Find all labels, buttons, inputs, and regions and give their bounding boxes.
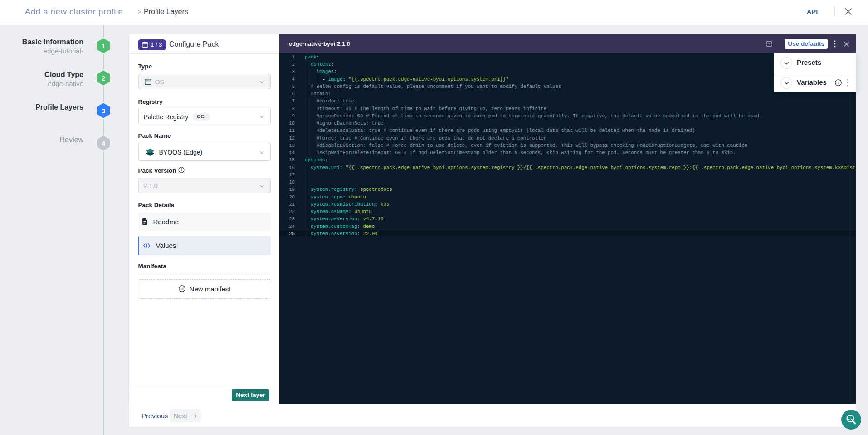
svg-text:2: 2	[102, 75, 105, 82]
svg-text:3: 3	[102, 107, 105, 115]
svg-text:4: 4	[102, 140, 105, 147]
svg-text:?: ?	[837, 81, 840, 85]
svg-text:1: 1	[102, 43, 105, 50]
